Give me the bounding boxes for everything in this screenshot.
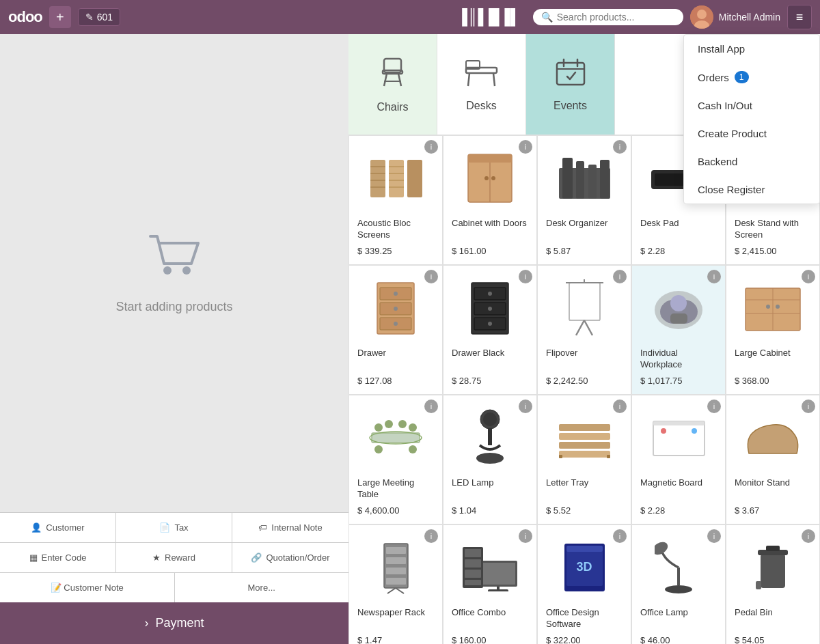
- new-order-button[interactable]: +: [49, 6, 71, 28]
- product-name: Letter Tray: [546, 477, 623, 503]
- product-magnetic-board[interactable]: i Magnetic Board $ 2.28: [631, 395, 726, 524]
- enter-code-button[interactable]: ▦ Enter Code: [0, 543, 116, 572]
- product-led-lamp[interactable]: i LED Lamp $ 1.04: [443, 395, 537, 524]
- product-image: [640, 404, 717, 472]
- product-office-design-software[interactable]: i 3D Office Design Software $ 322.00: [537, 524, 631, 644]
- product-flipover[interactable]: i Flipover $ 2,242.50: [537, 265, 631, 395]
- reward-button[interactable]: ★ Reward: [116, 543, 232, 572]
- product-info-btn[interactable]: i: [424, 400, 438, 413]
- product-cabinet-with-doors[interactable]: i Cabinet with Doors $ 161.00: [443, 135, 537, 265]
- product-monitor-stand[interactable]: i Monitor Stand $ 3.67: [726, 395, 820, 524]
- product-info-btn[interactable]: i: [519, 270, 532, 283]
- category-chairs[interactable]: Chairs: [348, 34, 437, 135]
- svg-point-4: [182, 266, 191, 275]
- product-office-combo[interactable]: i Office Combo $ 160.00: [443, 524, 537, 644]
- cart-icon: [147, 233, 202, 292]
- tax-button[interactable]: 📄 Tax: [116, 513, 232, 542]
- payment-button[interactable]: › Payment: [0, 602, 348, 644]
- dropdown-close-register[interactable]: Close Register: [684, 176, 819, 204]
- product-price: $ 368.00: [735, 376, 811, 386]
- svg-rect-90: [559, 433, 610, 440]
- product-letter-tray[interactable]: i Letter Tray $ 5.52: [537, 395, 631, 524]
- product-info-btn[interactable]: i: [613, 400, 627, 413]
- product-info-btn[interactable]: i: [424, 270, 438, 283]
- cart-area: Start adding products: [0, 34, 348, 512]
- product-large-cabinet[interactable]: i Large Cabinet $ 368.00: [726, 265, 820, 395]
- product-info-btn[interactable]: i: [707, 400, 721, 413]
- product-large-meeting-table[interactable]: i Large Meeting Table $ 4,600.00: [348, 395, 443, 524]
- product-image: [735, 533, 811, 602]
- svg-rect-109: [488, 589, 508, 591]
- quotation-order-button[interactable]: 🔗 Quotation/Order: [232, 543, 348, 572]
- product-pedal-bin[interactable]: i Pedal Bin $ 54.05: [726, 524, 820, 644]
- product-acoustic-bloc-screens[interactable]: i Acoustic Bloc Screens $ 339.25: [348, 135, 443, 265]
- internal-note-button[interactable]: 🏷 Internal Note: [232, 513, 348, 542]
- svg-rect-96: [653, 421, 705, 425]
- svg-point-1: [697, 10, 707, 19]
- svg-rect-101: [386, 557, 406, 564]
- product-drawer[interactable]: i Drawer $ 127.08: [348, 265, 443, 395]
- dropdown-cash-in-out[interactable]: Cash In/Out: [684, 92, 819, 120]
- cart-empty-text: Start adding products: [115, 300, 232, 314]
- customer-note-label: Customer Note: [64, 583, 123, 593]
- left-panel: Start adding products 👤 Customer 📄 Tax 🏷…: [0, 34, 348, 644]
- customer-note-button[interactable]: 📝 Customer Note: [0, 573, 175, 602]
- svg-rect-20: [407, 160, 422, 197]
- product-name: Flipover: [546, 348, 623, 373]
- svg-rect-92: [559, 451, 610, 458]
- dropdown-install-app[interactable]: Install App: [684, 35, 819, 63]
- svg-rect-124: [766, 546, 780, 551]
- product-image: 3D: [546, 533, 623, 602]
- product-info-btn[interactable]: i: [613, 270, 627, 283]
- dropdown-orders[interactable]: Orders 1: [684, 63, 819, 92]
- current-order-button[interactable]: ✎ 601: [78, 8, 120, 26]
- product-desk-organizer[interactable]: i Desk Organizer $ 5.87: [537, 135, 631, 265]
- user-info[interactable]: Mitchell Admin: [690, 5, 780, 29]
- product-name: Cabinet with Doors: [452, 218, 528, 243]
- product-name: Desk Pad: [640, 218, 717, 243]
- svg-point-84: [409, 445, 417, 453]
- customer-button[interactable]: 👤 Customer: [0, 513, 116, 542]
- product-name: Drawer Black: [452, 348, 528, 373]
- enter-code-icon: ▦: [29, 552, 38, 563]
- events-icon: [554, 57, 588, 94]
- svg-rect-86: [488, 428, 492, 445]
- product-info-btn[interactable]: i: [519, 529, 532, 543]
- product-image: [546, 274, 623, 342]
- product-info-btn[interactable]: i: [707, 529, 721, 543]
- svg-line-11: [468, 73, 469, 86]
- dropdown-backend[interactable]: Backend: [684, 148, 819, 176]
- orders-badge: 1: [735, 71, 749, 83]
- product-info-btn[interactable]: i: [424, 140, 438, 154]
- product-info-btn[interactable]: i: [802, 270, 815, 283]
- svg-rect-117: [566, 546, 603, 552]
- more-button[interactable]: More...: [175, 573, 349, 602]
- product-individual-workplace[interactable]: i Individual Workplace $ 1,017.75: [631, 265, 726, 395]
- product-info-btn[interactable]: i: [802, 529, 815, 543]
- hamburger-button[interactable]: ≡: [787, 5, 812, 29]
- search-input[interactable]: [557, 12, 675, 23]
- cash-in-out-label: Cash In/Out: [698, 100, 752, 111]
- category-desks[interactable]: Desks: [437, 34, 526, 135]
- svg-point-83: [374, 445, 383, 453]
- products-grid: i Acoustic Bloc Screens $ 339.25 i Cabin…: [348, 135, 820, 644]
- desks-icon: [463, 57, 500, 94]
- dropdown-create-product[interactable]: Create Product: [684, 120, 819, 148]
- product-info-btn[interactable]: i: [802, 400, 815, 413]
- product-newspaper-rack[interactable]: i Newspaper Rack $ 1.47: [348, 524, 443, 644]
- product-name: Large Meeting Table: [357, 477, 434, 503]
- product-info-btn[interactable]: i: [707, 270, 721, 283]
- product-info-btn[interactable]: i: [424, 529, 438, 543]
- product-info-btn[interactable]: i: [519, 140, 532, 154]
- product-info-btn[interactable]: i: [613, 140, 627, 154]
- product-name: Large Cabinet: [735, 348, 811, 373]
- tax-label: Tax: [174, 522, 188, 533]
- barcode-icon[interactable]: ▐║▌█▐▌: [451, 5, 526, 29]
- product-info-btn[interactable]: i: [613, 529, 627, 543]
- internal-note-label: Internal Note: [271, 522, 322, 533]
- product-office-lamp[interactable]: i Office Lamp $ 46.00: [631, 524, 726, 644]
- category-events[interactable]: Events: [526, 34, 615, 135]
- product-name: Office Design Software: [546, 607, 623, 632]
- product-info-btn[interactable]: i: [519, 400, 532, 413]
- product-drawer-black[interactable]: i Drawer Black $ 28.75: [443, 265, 537, 395]
